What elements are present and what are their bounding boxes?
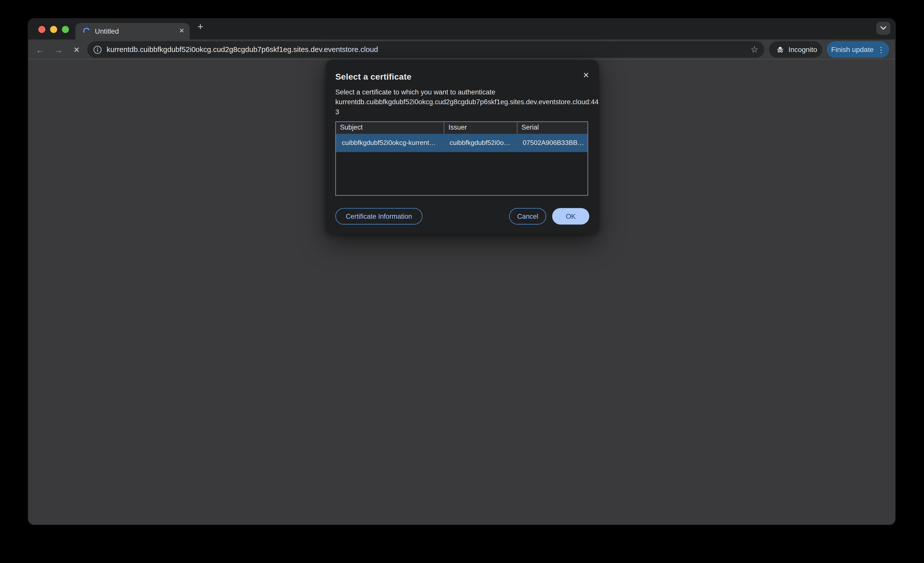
address-bar[interactable]: kurrentdb.cuibbfkgdubf52i0okcg.cud2g8cgd… [87,41,764,58]
finish-update-button[interactable]: Finish update ⋮ [827,41,890,58]
tab-search-button[interactable] [876,22,890,35]
column-header-subject: Subject [336,122,444,134]
browser-window: Untitled ✕ + ← → ✕ [28,19,895,525]
traffic-lights [38,26,69,33]
url-text: kurrentdb.cuibbfkgdubf52i0okcg.cud2g8cgd… [107,45,378,54]
cell-issuer: cuibbfkgdubf52i0o… [444,134,517,152]
menu-dots-icon[interactable]: ⋮ [877,45,885,54]
close-window-button[interactable] [38,26,45,33]
certificate-row-selected[interactable]: cuibbfkgdubf52i0okcg-kurrent… cuibbfkgdu… [336,134,588,152]
column-header-issuer: Issuer [444,122,517,134]
zoom-window-button[interactable] [62,26,69,33]
cancel-button[interactable]: Cancel [509,208,546,225]
incognito-label: Incognito [788,45,817,54]
select-certificate-dialog: Select a certificate ✕ Select a certific… [326,60,599,234]
dialog-description-line: Select a certificate to which you want t… [335,87,589,97]
ok-button[interactable]: OK [552,208,589,225]
stage: Untitled ✕ + ← → ✕ [0,0,924,563]
finish-update-label: Finish update [831,45,873,54]
tab-title: Untitled [95,27,119,35]
column-header-serial: Serial [517,122,588,134]
incognito-icon [776,45,785,54]
site-info-icon[interactable] [93,45,102,57]
screen: Untitled ✕ + ← → ✕ [0,0,924,563]
cell-subject: cuibbfkgdubf52i0okcg-kurrent… [336,134,444,152]
new-tab-button[interactable]: + [197,21,203,33]
dialog-description-line: 3 [335,107,589,117]
stop-loading-button[interactable]: ✕ [69,39,84,60]
tab-close-icon[interactable]: ✕ [179,27,184,35]
tab-untitled[interactable]: Untitled ✕ [75,23,190,40]
dialog-title: Select a certificate [335,72,411,81]
tab-strip: Untitled ✕ + [28,19,895,39]
incognito-badge: Incognito [769,41,822,58]
bookmark-star-icon[interactable]: ☆ [750,44,759,55]
certificate-information-button[interactable]: Certificate Information [335,208,422,225]
forward-button[interactable]: → [51,39,66,60]
minimize-window-button[interactable] [50,26,57,33]
cell-serial: 07502A906B33BB… [517,134,588,152]
certificate-table-header: Subject Issuer Serial [336,122,588,134]
back-button[interactable]: ← [32,39,48,60]
toolbar: ← → ✕ kurrentdb.cuibbfkgdubf52i0okcg.cud… [28,39,895,60]
dialog-description-line: kurrentdb.cuibbfkgdubf52i0okcg.cud2g8cgd… [335,97,589,107]
certificate-table: Subject Issuer Serial cuibbfkgdubf52i0ok… [335,121,588,196]
dialog-close-icon[interactable]: ✕ [583,71,589,80]
loading-spinner-icon [82,27,91,36]
chevron-down-icon [880,26,887,31]
